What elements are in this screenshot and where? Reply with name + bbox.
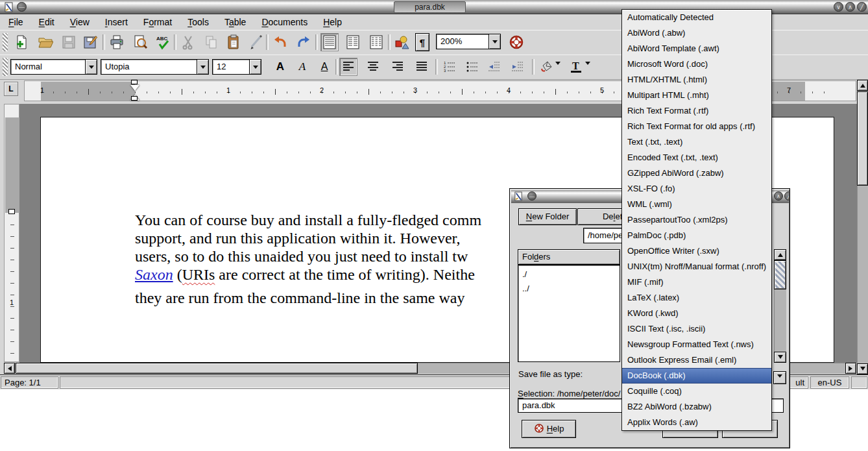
format-option[interactable]: PassepartoutToo (.xml2ps) bbox=[622, 212, 771, 228]
menu-item[interactable]: File bbox=[8, 17, 23, 27]
folder-item[interactable]: ./ bbox=[518, 267, 620, 282]
increase-indent-button[interactable] bbox=[509, 58, 527, 76]
format-option[interactable]: Newsgroup Formatted Text (.nws) bbox=[622, 337, 771, 352]
underline-button[interactable]: A bbox=[316, 58, 333, 75]
print-preview-button[interactable] bbox=[131, 33, 149, 51]
format-option[interactable]: GZipped AbiWord (.zabw) bbox=[622, 165, 771, 181]
format-option[interactable]: Multipart HTML (.mht) bbox=[622, 88, 771, 103]
vertical-ruler[interactable]: 1 bbox=[4, 104, 19, 362]
horizontal-scroll-thumb[interactable] bbox=[16, 363, 418, 374]
chevron-down-icon[interactable] bbox=[488, 34, 500, 49]
scroll-right-icon[interactable] bbox=[845, 363, 856, 374]
insert-shapes-button[interactable] bbox=[393, 33, 411, 51]
format-option[interactable]: WML (.wml) bbox=[622, 197, 771, 212]
window-close-icon[interactable]: ╱ bbox=[857, 2, 867, 12]
scroll-down-icon[interactable] bbox=[774, 352, 786, 363]
pen-button[interactable] bbox=[247, 33, 265, 51]
format-option[interactable]: Coquille (.coq) bbox=[622, 384, 771, 399]
font-color-caret-icon[interactable] bbox=[585, 62, 590, 67]
style-select[interactable]: Normal bbox=[10, 59, 97, 75]
menu-item[interactable]: Format bbox=[143, 17, 172, 27]
decrease-indent-button[interactable] bbox=[485, 58, 503, 76]
format-option[interactable]: UNIX(tm) Nroff/Manual format (.nroff) bbox=[622, 259, 771, 274]
align-center-button[interactable] bbox=[364, 58, 382, 76]
format-option[interactable]: KWord (.kwd) bbox=[622, 306, 771, 321]
scroll-up-icon[interactable] bbox=[774, 249, 786, 260]
bold-button[interactable]: A bbox=[272, 58, 289, 75]
help-button[interactable]: Help bbox=[522, 420, 576, 438]
format-option[interactable]: BZ2 AbiWord (.bzabw) bbox=[622, 399, 771, 415]
spellcheck-button[interactable]: ABC bbox=[154, 33, 173, 51]
align-left-button[interactable] bbox=[339, 58, 357, 76]
format-option[interactable]: Outlook Express Email (.eml) bbox=[622, 352, 771, 368]
format-option[interactable]: MIF (.mif) bbox=[622, 274, 771, 290]
save-type-combo-arrow[interactable] bbox=[773, 371, 786, 384]
font-select[interactable]: Utopia bbox=[101, 59, 209, 75]
help-button[interactable] bbox=[507, 33, 525, 51]
zoom-select[interactable]: 200% bbox=[436, 34, 501, 49]
show-paragraph-marks-button[interactable]: ¶ bbox=[415, 33, 429, 51]
fill-color-caret-icon[interactable] bbox=[555, 62, 561, 67]
dialog-close-icon[interactable]: ╱ bbox=[784, 191, 789, 201]
menu-item[interactable]: Insert bbox=[105, 17, 128, 27]
window-minimize-icon[interactable]: ∨ bbox=[834, 2, 843, 12]
format-option[interactable]: ISCII Text (.isc, .iscii) bbox=[622, 321, 771, 337]
format-option[interactable]: Rich Text Format (.rtf) bbox=[622, 103, 771, 119]
status-language[interactable]: en-US bbox=[810, 376, 849, 389]
scroll-down-icon[interactable] bbox=[857, 363, 868, 374]
align-justify-button[interactable] bbox=[413, 58, 431, 76]
menu-item[interactable]: Documents bbox=[261, 17, 307, 27]
new-folder-button[interactable]: New Folder bbox=[518, 208, 577, 225]
vertical-scroll-thumb[interactable] bbox=[857, 91, 868, 186]
format-option[interactable]: AbiWord (.abw) bbox=[622, 25, 771, 41]
font-color-button[interactable]: T bbox=[567, 58, 585, 76]
view-two-columns-button[interactable] bbox=[344, 33, 362, 51]
chevron-down-icon[interactable] bbox=[85, 60, 97, 74]
menu-item[interactable]: Help bbox=[323, 17, 342, 27]
format-option[interactable]: DocBook (.dbk) bbox=[622, 368, 771, 384]
menu-item[interactable]: Tools bbox=[187, 17, 209, 27]
align-right-button[interactable] bbox=[389, 58, 407, 76]
save-as-button[interactable] bbox=[82, 33, 100, 51]
format-option[interactable]: Applix Words (.aw) bbox=[622, 415, 771, 430]
scroll-up-icon[interactable] bbox=[857, 80, 868, 91]
toolbar-handle[interactable] bbox=[3, 58, 8, 76]
margin-marker[interactable] bbox=[8, 209, 15, 214]
toolbar-handle[interactable] bbox=[3, 33, 8, 51]
format-option[interactable]: Microsoft Word (.doc) bbox=[622, 56, 771, 72]
format-option[interactable]: Automatically Detected bbox=[622, 10, 771, 25]
format-option[interactable]: Encoded Text (.txt, .text) bbox=[622, 150, 771, 165]
window-shade-button[interactable]: — bbox=[17, 2, 27, 12]
folder-item[interactable]: ../ bbox=[518, 282, 620, 296]
folders-header[interactable]: Folders bbox=[518, 249, 620, 265]
files-scrollbar[interactable] bbox=[774, 249, 786, 363]
tab-stop-selector[interactable]: L bbox=[4, 82, 18, 96]
files-scroll-thumb[interactable] bbox=[774, 260, 786, 289]
vertical-scrollbar[interactable] bbox=[857, 80, 868, 374]
format-option[interactable]: Text (.txt, .text) bbox=[622, 134, 771, 150]
view-one-column-button[interactable] bbox=[320, 33, 339, 51]
numbered-list-button[interactable]: 123 bbox=[440, 58, 459, 76]
italic-button[interactable]: A bbox=[294, 58, 311, 75]
saxon-hyperlink[interactable]: Saxon bbox=[135, 266, 173, 283]
format-option[interactable]: HTML/XHTML (.html) bbox=[622, 72, 771, 88]
chevron-down-icon[interactable] bbox=[197, 60, 208, 74]
bullet-list-button[interactable] bbox=[463, 58, 481, 76]
paste-button[interactable] bbox=[224, 33, 243, 51]
new-document-button[interactable] bbox=[13, 33, 31, 51]
view-three-columns-button[interactable] bbox=[367, 33, 385, 51]
format-option[interactable]: Rich Text Format for old apps (.rtf) bbox=[622, 119, 771, 134]
menu-item[interactable]: Table bbox=[224, 17, 246, 27]
format-option[interactable]: PalmDoc (.pdb) bbox=[622, 228, 771, 243]
format-option[interactable]: XSL-FO (.fo) bbox=[622, 181, 771, 197]
dialog-maximize-icon[interactable]: ∧ bbox=[774, 191, 783, 201]
font-size-select[interactable]: 12 bbox=[212, 59, 261, 75]
undo-button[interactable] bbox=[271, 33, 289, 51]
chevron-down-icon[interactable] bbox=[249, 60, 261, 74]
fill-color-button[interactable] bbox=[537, 58, 555, 76]
open-button[interactable] bbox=[36, 33, 54, 51]
format-option[interactable]: OpenOffice Writer (.sxw) bbox=[622, 243, 771, 259]
menu-item[interactable]: Edit bbox=[39, 17, 54, 27]
folders-list[interactable]: ./../ bbox=[518, 265, 620, 362]
scroll-left-icon[interactable] bbox=[4, 363, 15, 374]
